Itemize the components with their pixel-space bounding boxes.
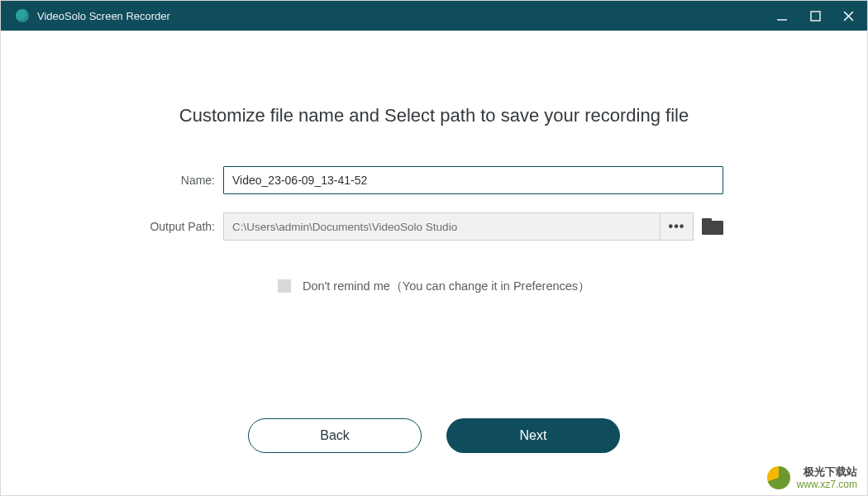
button-row: Back Next bbox=[1, 418, 867, 453]
name-row: Name: bbox=[145, 166, 723, 194]
svg-rect-1 bbox=[811, 12, 820, 21]
filename-input[interactable] bbox=[223, 166, 723, 194]
path-label: Output Path: bbox=[145, 220, 223, 233]
open-folder-button[interactable] bbox=[702, 218, 723, 235]
app-window: VideoSolo Screen Recorder Customize file… bbox=[0, 0, 868, 496]
path-input-wrap: ••• bbox=[223, 212, 694, 241]
titlebar-left: VideoSolo Screen Recorder bbox=[16, 9, 170, 22]
titlebar: VideoSolo Screen Recorder bbox=[1, 1, 867, 31]
back-button[interactable]: Back bbox=[248, 418, 422, 453]
window-controls bbox=[775, 8, 856, 23]
path-group: ••• bbox=[223, 212, 723, 241]
watermark-logo-icon bbox=[767, 466, 790, 489]
next-button[interactable]: Next bbox=[446, 418, 620, 453]
path-more-button[interactable]: ••• bbox=[660, 213, 693, 240]
watermark-text: 极光下载站 www.xz7.com bbox=[797, 465, 857, 490]
page-heading: Customize file name and Select path to s… bbox=[1, 105, 867, 126]
output-path-input[interactable] bbox=[224, 213, 660, 240]
minimize-button[interactable] bbox=[775, 8, 789, 23]
name-label: Name: bbox=[145, 174, 223, 187]
folder-icon bbox=[702, 221, 723, 235]
watermark-url: www.xz7.com bbox=[797, 479, 857, 490]
app-title: VideoSolo Screen Recorder bbox=[37, 10, 170, 22]
content-area: Customize file name and Select path to s… bbox=[1, 31, 867, 495]
path-row: Output Path: ••• bbox=[145, 212, 723, 241]
dont-remind-checkbox[interactable] bbox=[278, 279, 291, 293]
reminder-row: Don't remind me（You can change it in Pre… bbox=[1, 279, 867, 294]
dont-remind-label: Don't remind me（You can change it in Pre… bbox=[303, 279, 590, 293]
watermark-cn: 极光下载站 bbox=[804, 465, 857, 478]
maximize-button[interactable] bbox=[808, 8, 823, 23]
form-area: Name: Output Path: ••• bbox=[145, 166, 723, 241]
app-logo-icon bbox=[16, 9, 29, 22]
watermark: 极光下载站 www.xz7.com bbox=[767, 465, 857, 490]
close-button[interactable] bbox=[841, 8, 856, 23]
